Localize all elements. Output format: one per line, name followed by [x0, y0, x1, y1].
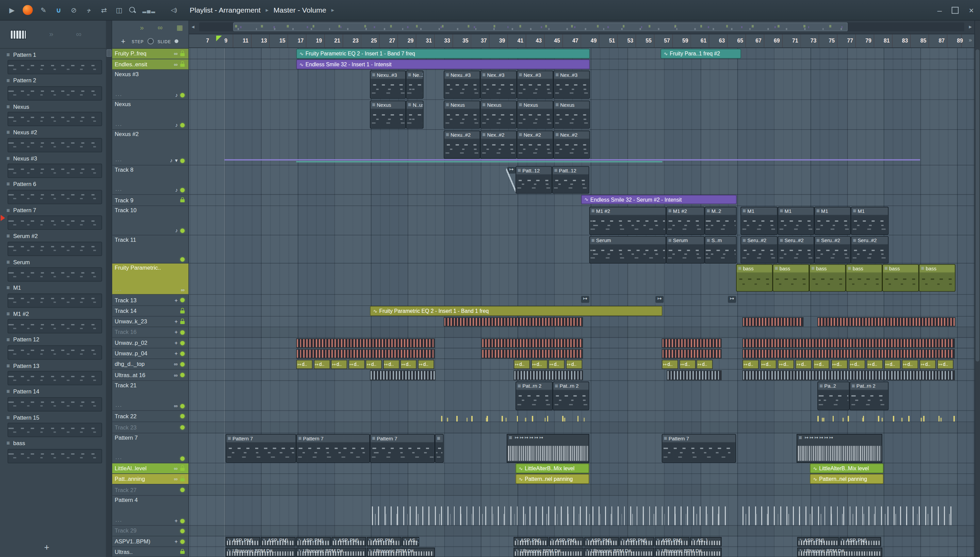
track-header-25[interactable]: Track 27 — [112, 485, 188, 496]
track-led[interactable] — [180, 456, 185, 461]
audio-clip[interactable]: ∿ASP..PM) — [225, 537, 260, 546]
automation-clip[interactable]: ∿LittleAlterB..Mix level — [810, 464, 884, 473]
pattern-clip[interactable]: ≣M1 — [814, 207, 851, 235]
link-icon[interactable]: ∞ — [158, 24, 163, 31]
track-led[interactable] — [180, 330, 185, 334]
automation-clip[interactable]: ∿Endless Smile 32 - Insert 1 - Intensit — [296, 59, 590, 69]
pattern-item-12[interactable]: ≣Pattern 12 — [0, 334, 106, 360]
pattern-clip[interactable]: ≣Patt..12 — [552, 166, 589, 194]
mini-pattern-clip[interactable]: ↦d.. — [366, 360, 382, 369]
pattern-clip[interactable]: ≣Nex..#2 — [517, 130, 553, 159]
pattern-clip[interactable]: ≣Seru..#2 — [740, 236, 777, 264]
track-led[interactable] — [180, 414, 185, 418]
lock-icon[interactable] — [180, 551, 185, 554]
slide-toggle-label[interactable]: SLIDE — [158, 39, 171, 44]
crosshair-icon[interactable]: + — [175, 319, 178, 325]
add-pattern-button[interactable]: + — [44, 542, 49, 552]
drumroll-clip[interactable] — [296, 349, 434, 359]
playlist-lane-21[interactable] — [189, 422, 975, 433]
add-track-button[interactable]: + — [121, 37, 126, 46]
track-led[interactable] — [180, 519, 185, 523]
automation-clip[interactable]: ∿LittleAlterB..Mix level — [516, 464, 590, 473]
step-slide-toggle[interactable] — [147, 38, 154, 44]
meter-icon[interactable]: ▂▄▂ — [142, 7, 156, 13]
pattern-clip[interactable]: ≣Pa..2 — [817, 381, 849, 410]
snap-magnet-icon[interactable]: ∪ — [53, 6, 64, 14]
track-header-23[interactable]: LittleAl..level∞ — [112, 464, 188, 474]
pattern-scroll-thumb[interactable] — [106, 49, 112, 57]
track-led[interactable] — [180, 93, 185, 97]
track-header-1[interactable]: Fruity P..freq∞ — [112, 49, 188, 59]
mini-pattern-clip[interactable]: ↦d.. — [348, 360, 364, 369]
track-led[interactable] — [180, 362, 185, 366]
note-tick-clip[interactable] — [817, 412, 956, 421]
track-header-21[interactable]: Track 23 — [112, 422, 188, 433]
audio-clip[interactable]: ∿Ultrasonic BPM D#.. — [797, 547, 882, 557]
mini-pattern-clip[interactable]: ↦d.. — [778, 360, 794, 369]
automation-clip[interactable]: ∿Fruity Parametric EQ 2 - Insert 1 - Ban… — [370, 306, 662, 316]
lock-icon[interactable] — [180, 63, 185, 66]
pattern-clip[interactable]: ≣bass — [809, 264, 846, 292]
link-icon[interactable]: ∞ — [174, 465, 178, 471]
scrollbar-thumb-minimap[interactable] — [233, 23, 848, 31]
pattern-clip[interactable]: ≣ — [435, 434, 444, 463]
menu-arrow-icon[interactable]: ▶ — [7, 6, 18, 14]
track-header-8[interactable]: Track 10♪ — [112, 206, 188, 235]
playlist-grid[interactable]: ∿Fruity Parametric EQ 2 - Insert 1 - Ban… — [189, 48, 975, 557]
note-icon[interactable]: ♪ — [175, 92, 178, 98]
track-header-2[interactable]: Endles..ensit∞ — [112, 59, 188, 70]
link-icon[interactable]: ∞ — [174, 372, 178, 378]
mini-pattern-clip[interactable]: ↦d.. — [383, 360, 399, 369]
audio-clip[interactable]: ∿ASP..PM) — [797, 537, 839, 546]
audio-clip[interactable]: ∿ASP..PM) — [296, 537, 331, 546]
marker-clip[interactable]: ↦ — [728, 296, 736, 303]
note-icon[interactable]: ♪ — [175, 122, 178, 128]
pattern-clip[interactable]: ≣Nex..#2 — [553, 130, 590, 159]
mini-pattern-clip[interactable]: ↦d.. — [937, 360, 954, 369]
audio-clip[interactable]: ∿Ultrasonic BPM D#.. — [225, 547, 296, 557]
mini-pattern-clip[interactable]: ↦d.. — [662, 360, 678, 369]
link-icon[interactable]: ∞ — [181, 287, 185, 293]
pattern-item-11[interactable]: ≣M1 #2 — [0, 308, 106, 334]
track-header-12[interactable]: Track 14 — [112, 306, 188, 317]
pattern-item-16[interactable]: ≣bass — [0, 437, 106, 463]
track-header-24[interactable]: Patt..anning∞ — [112, 474, 188, 485]
pattern-clip[interactable]: ≣N..us — [406, 101, 424, 129]
link-icon[interactable]: ∞ — [174, 50, 178, 57]
audio-clip[interactable]: ∿Ultrasonic BPM D#.. — [655, 547, 721, 557]
mini-pattern-clip[interactable]: ↦d.. — [743, 360, 759, 369]
track-led[interactable] — [180, 528, 185, 533]
pattern-clip[interactable]: ≣Ne..3 — [406, 71, 424, 99]
automation-clip[interactable]: ∿Endless Smile 32 - Serum #2 - Intensit — [581, 195, 737, 204]
mini-pattern-clip[interactable]: ↦d.. — [760, 360, 776, 369]
track-header-22[interactable]: Pattern 7··· — [112, 433, 188, 463]
pattern-clip[interactable]: ≣Nex..#3 — [553, 71, 590, 99]
pattern-item-8[interactable]: ≣Serum #2 — [0, 230, 106, 256]
pattern-item-5[interactable]: ≣Nexus #3 — [0, 152, 106, 178]
pattern-clip[interactable]: ≣Pat..rn 2 — [553, 381, 589, 410]
pattern-clip[interactable]: ≣Nexu..#3 — [444, 71, 480, 99]
mini-pattern-clip[interactable]: ↦d.. — [866, 360, 883, 369]
drumroll-clip[interactable] — [482, 338, 583, 348]
scroll-right-button[interactable]: ▸ — [969, 24, 972, 30]
drumroll-clip[interactable] — [743, 317, 804, 327]
audio-clip[interactable]: ∿AS..) — [690, 537, 722, 546]
track-led[interactable] — [180, 351, 185, 356]
track-led[interactable] — [180, 257, 185, 262]
mini-pattern-clip[interactable]: ↦d.. — [813, 360, 830, 369]
pattern-clip[interactable]: ≣Seru..#2 — [814, 236, 851, 264]
track-header-17[interactable]: dhg_d.._top∞ — [112, 359, 188, 370]
pattern-clip[interactable]: ≣Pat..rn 2 — [516, 381, 553, 410]
automation-clip[interactable]: ∿Pattern..nel panning — [516, 474, 590, 484]
mini-pattern-clip[interactable]: ↦d.. — [920, 360, 936, 369]
step-toggle-label[interactable]: STEP — [132, 39, 144, 44]
playlist-horizontal-scrollbar[interactable]: ◂ ▸ — [189, 21, 975, 34]
track-header-29[interactable]: Ultras.. — [112, 547, 188, 557]
crosshair-icon[interactable]: + — [175, 518, 178, 524]
pattern-clip[interactable]: ≣Seru..#2 — [851, 236, 889, 264]
audio-clip[interactable]: ∿Ultrasonic BPM D#.. — [513, 547, 583, 557]
pattern-clip[interactable]: ≣Nex..#3 — [517, 71, 553, 99]
track-led[interactable] — [180, 373, 185, 377]
mini-pattern-clip[interactable]: ↦d.. — [331, 360, 347, 369]
track-header-28[interactable]: ASPV1..BPM)+ — [112, 536, 188, 547]
